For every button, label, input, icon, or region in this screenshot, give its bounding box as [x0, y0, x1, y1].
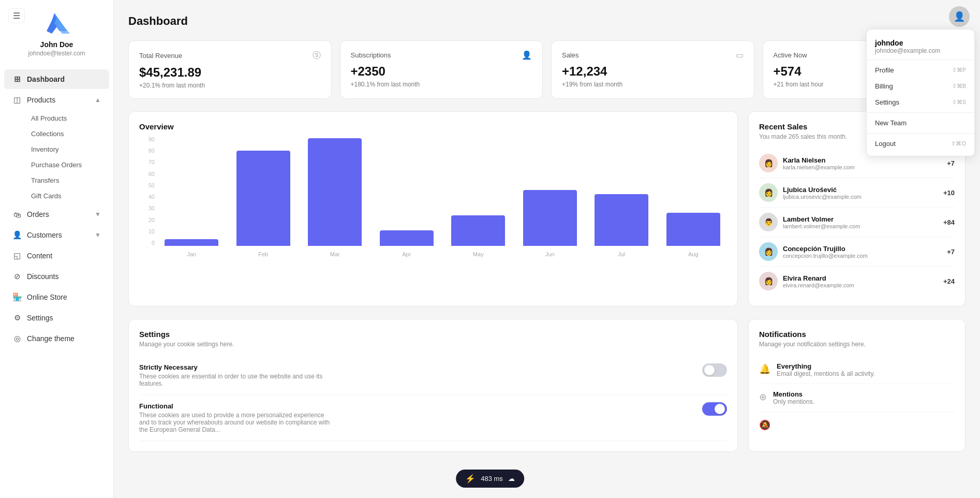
- sales-avatar-1: 👩: [759, 183, 778, 202]
- bar-feb-fill: [236, 151, 290, 246]
- sales-name-2: Lambert Volmer: [783, 215, 943, 223]
- bar-apr: [373, 136, 441, 246]
- page-title: Dashboard: [128, 14, 966, 28]
- functional-label: Functional: [139, 402, 336, 410]
- strictly-necessary-toggle[interactable]: [702, 363, 727, 377]
- notif-icon-everything: 🔔: [759, 363, 770, 375]
- sidebar-item-products[interactable]: ◫ Products ▲: [4, 90, 109, 110]
- stat-value-sales: +12,234: [562, 64, 744, 79]
- sidebar-item-settings[interactable]: ⚙ Settings: [4, 308, 109, 328]
- lower-grid: Overview 0 10 20 30 40 50 60 70 80 90: [128, 111, 966, 306]
- sidebar-subitem-inventory[interactable]: Inventory: [27, 142, 109, 157]
- stat-change-revenue: +20.1% from last month: [139, 82, 321, 89]
- topbar-avatar[interactable]: 👤: [949, 6, 970, 27]
- chart-area: 0 10 20 30 40 50 60 70 80 90: [139, 136, 727, 260]
- sales-item-2: 👨 Lambert Volmer lambert.volmer@example.…: [759, 208, 955, 237]
- sidebar-subitem-all-products[interactable]: All Products: [27, 111, 109, 126]
- notif-desc-mentions: Only mentions.: [773, 398, 814, 405]
- sales-name-1: Ljubica Urošević: [783, 186, 943, 194]
- toggle-knob: [704, 365, 715, 375]
- products-submenu: All Products Collections Inventory Purch…: [0, 111, 113, 203]
- x-label-mar: Mar: [301, 251, 369, 257]
- dropdown-item-billing[interactable]: Billing ⇧⌘B: [867, 78, 974, 94]
- sidebar-email: johndoe@tester.com: [28, 50, 85, 57]
- stat-label-active-now: Active Now: [774, 51, 807, 59]
- sales-email-4: elvira.renard@example.com: [783, 282, 943, 288]
- notif-icon-mentions: ⊕: [759, 391, 767, 403]
- dashboard-icon: ⊞: [12, 75, 22, 84]
- sales-avatar-2: 👨: [759, 213, 778, 231]
- sidebar-item-label: Settings: [27, 314, 53, 322]
- sidebar-subitem-collections[interactable]: Collections: [27, 126, 109, 141]
- content-icon: ◱: [12, 251, 22, 260]
- notifications-panel-card: Notifications Manage your notification s…: [748, 319, 966, 452]
- online-store-icon: 🏪: [12, 292, 22, 302]
- dropdown-label-new-team: New Team: [875, 119, 907, 127]
- sidebar-subitem-gift-cards[interactable]: Gift Cards: [27, 188, 109, 203]
- dropdown-item-profile[interactable]: Profile ⇧⌘P: [867, 62, 974, 78]
- sales-item-3: 👩 Concepción Trujillo concepcion.trujill…: [759, 237, 955, 267]
- sidebar-item-customers[interactable]: 👤 Customers ▼: [4, 225, 109, 245]
- notif-text-mentions: Mentions Only mentions.: [773, 390, 814, 405]
- y-label-70: 70: [139, 159, 155, 165]
- settings-item-strictly-necessary: Strictly Necessary These cookies are ess…: [139, 356, 727, 395]
- avatar-initials: 👤: [954, 11, 965, 22]
- dropdown-item-logout[interactable]: Logout ⇧⌘O: [867, 136, 974, 152]
- functional-toggle[interactable]: [702, 402, 727, 416]
- y-label-0: 0: [139, 240, 155, 246]
- stat-label-sales: Sales: [562, 51, 579, 59]
- y-label-20: 20: [139, 217, 155, 223]
- overview-card: Overview 0 10 20 30 40 50 60 70 80 90: [128, 111, 738, 306]
- stat-value-subscriptions: +2350: [351, 64, 532, 79]
- stat-value-revenue: $45,231.89: [139, 65, 321, 80]
- sales-info-3: Concepción Trujillo concepcion.trujillo@…: [783, 245, 947, 259]
- sales-name-4: Elvira Renard: [783, 274, 943, 282]
- sidebar-item-dashboard[interactable]: ⊞ Dashboard: [4, 69, 109, 89]
- strictly-necessary-label: Strictly Necessary: [139, 363, 336, 371]
- bar-jun-fill: [523, 190, 577, 246]
- sidebar-subitem-purchase-orders[interactable]: Purchase Orders: [27, 157, 109, 172]
- sidebar-subitem-transfers[interactable]: Transfers: [27, 173, 109, 188]
- notifications-title: Notifications: [759, 330, 955, 339]
- y-label-80: 80: [139, 148, 155, 154]
- bar-aug: [660, 136, 727, 246]
- sidebar-item-orders[interactable]: 🛍 Orders ▼: [4, 204, 109, 224]
- stat-card-subscriptions: Subscriptions 👤 +2350 +180.1% from last …: [340, 40, 543, 99]
- stat-icon-subscriptions: 👤: [522, 50, 532, 60]
- dropdown-menu: johndoe johndoe@example.com Profile ⇧⌘P …: [866, 29, 975, 156]
- x-label-jun: Jun: [516, 251, 584, 257]
- dropdown-label-settings: Settings: [875, 98, 899, 106]
- y-label-10: 10: [139, 228, 155, 235]
- sidebar-item-online-store[interactable]: 🏪 Online Store: [4, 287, 109, 307]
- sales-info-4: Elvira Renard elvira.renard@example.com: [783, 274, 943, 288]
- sales-info-1: Ljubica Urošević ljubica.urosevic@exampl…: [783, 186, 943, 200]
- bar-jan: [158, 136, 226, 246]
- y-label-60: 60: [139, 171, 155, 177]
- stat-card-total-revenue: Total Revenue ⓢ $45,231.89 +20.1% from l…: [128, 40, 332, 99]
- bar-jan-fill: [165, 239, 218, 246]
- sidebar-item-discounts[interactable]: ⊘ Discounts: [4, 267, 109, 286]
- sales-value-3: +7: [947, 248, 955, 256]
- sales-email-1: ljubica.urosevic@example.com: [783, 194, 943, 200]
- stat-change-subscriptions: +180.1% from last month: [351, 81, 532, 88]
- dropdown-item-settings[interactable]: Settings ⇧⌘S: [867, 94, 974, 110]
- sales-value-0: +7: [947, 159, 955, 167]
- discounts-icon: ⊘: [12, 272, 22, 281]
- x-label-apr: Apr: [373, 251, 441, 257]
- x-label-feb: Feb: [230, 251, 298, 257]
- dropdown-divider: [867, 112, 974, 113]
- toast-icon: ⚡: [465, 474, 476, 484]
- sidebar-item-content[interactable]: ◱ Content: [4, 246, 109, 266]
- sidebar-item-change-theme[interactable]: ◎ Change theme: [4, 329, 109, 348]
- dropdown-shortcut-billing: ⇧⌘B: [952, 83, 966, 90]
- hamburger-button[interactable]: ☰: [8, 8, 25, 23]
- dropdown-email: johndoe@example.com: [875, 47, 966, 54]
- dropdown-item-new-team[interactable]: New Team: [867, 115, 974, 131]
- sales-name-0: Karla Nielsen: [783, 156, 947, 164]
- sales-avatar-3: 👩: [759, 242, 778, 261]
- stats-grid: Total Revenue ⓢ $45,231.89 +20.1% from l…: [128, 40, 966, 99]
- dropdown-username: johndoe: [875, 39, 966, 47]
- products-chevron: ▲: [95, 96, 101, 104]
- sales-item-1: 👩 Ljubica Urošević ljubica.urosevic@exam…: [759, 178, 955, 208]
- settings-panel-subtitle: Manage your cookie settings here.: [139, 341, 727, 348]
